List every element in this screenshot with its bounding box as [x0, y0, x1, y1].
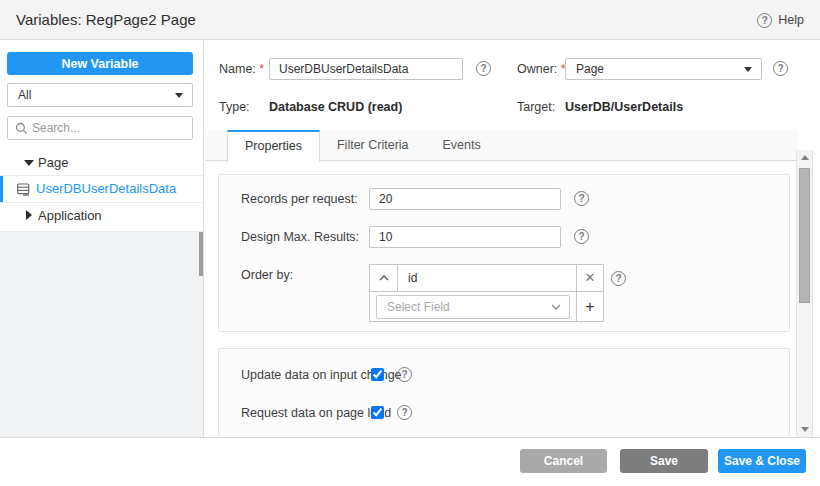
design-max-results-label: Design Max. Results:	[241, 230, 359, 244]
tree-group-page-label: Page	[38, 150, 68, 175]
scrollbar-thumb[interactable]	[799, 168, 810, 303]
tree-group-application[interactable]: Application	[0, 203, 203, 232]
order-by-widget: id ✕ Select Field +	[369, 264, 604, 322]
design-max-results-input[interactable]	[369, 226, 561, 248]
owner-label: Owner: *	[517, 58, 566, 80]
name-label: Name: *	[219, 58, 264, 80]
owner-dropdown[interactable]: Page	[565, 58, 762, 80]
chevron-up-icon	[379, 275, 389, 281]
variables-tree: Page UserDBUserDetailsData Application	[0, 150, 203, 232]
owner-selected-value: Page	[576, 59, 604, 79]
tree-item-selected-variable[interactable]: UserDBUserDetailsData	[0, 176, 203, 203]
add-order-field-row: Select Field +	[370, 291, 603, 321]
tab-bar: Properties Filter Criteria Events	[205, 130, 797, 161]
records-help-icon[interactable]: ?	[574, 191, 589, 206]
request-data-help-icon[interactable]: ?	[397, 405, 412, 420]
order-by-field-value[interactable]: id	[398, 265, 576, 291]
order-by-row: id ✕	[370, 265, 603, 291]
new-variable-button[interactable]: New Variable	[7, 52, 193, 75]
tree-group-application-label: Application	[38, 203, 102, 228]
add-order-field-button[interactable]: +	[576, 292, 603, 321]
variable-filter-dropdown[interactable]: All	[7, 83, 193, 107]
select-field-placeholder: Select Field	[387, 296, 450, 318]
sort-ascending-toggle[interactable]	[370, 265, 398, 291]
chevron-down-icon	[175, 93, 183, 98]
tree-item-label: UserDBUserDetailsData	[36, 176, 176, 201]
database-variable-icon	[17, 183, 30, 196]
design-max-help-icon[interactable]: ?	[574, 229, 589, 244]
tab-filter-criteria[interactable]: Filter Criteria	[320, 130, 426, 161]
cancel-button[interactable]: Cancel	[520, 449, 607, 473]
help-circle-icon: ?	[757, 13, 772, 28]
scroll-down-arrow-icon[interactable]	[801, 427, 809, 432]
records-per-request-label: Records per request:	[241, 192, 358, 206]
scroll-up-arrow-icon[interactable]	[801, 155, 809, 160]
request-data-checkbox[interactable]	[371, 406, 384, 419]
behavior-settings-group: Update data on input change ? Request da…	[218, 348, 790, 437]
caret-expanded-icon[interactable]	[24, 160, 34, 166]
tab-events[interactable]: Events	[426, 130, 498, 161]
sidebar-empty-area	[0, 231, 203, 437]
sidebar-scrollbar-thumb[interactable]	[199, 232, 203, 276]
select-field-dropdown[interactable]: Select Field	[376, 295, 570, 319]
tree-group-page[interactable]: Page	[0, 150, 203, 176]
page-title: Variables: RegPage2 Page	[16, 0, 196, 39]
data-settings-group: Records per request: ? Design Max. Resul…	[218, 174, 790, 332]
owner-help-icon[interactable]: ?	[773, 61, 788, 76]
type-label: Type:	[219, 100, 250, 115]
save-button[interactable]: Save	[620, 449, 708, 473]
help-label: Help	[778, 13, 804, 27]
target-label: Target:	[517, 100, 555, 115]
help-link[interactable]: ? Help	[757, 0, 804, 40]
update-data-help-icon[interactable]: ?	[397, 367, 412, 382]
name-input[interactable]	[269, 58, 463, 80]
required-asterisk: *	[259, 62, 264, 76]
order-by-label: Order by:	[241, 268, 293, 282]
name-help-icon[interactable]: ?	[476, 61, 491, 76]
variable-detail-panel: Name: * ? Owner: * Page ? Type: Database…	[205, 40, 820, 437]
variable-search	[7, 116, 193, 140]
request-data-label: Request data on page load	[241, 406, 391, 420]
remove-order-field-button[interactable]: ✕	[576, 265, 603, 291]
caret-collapsed-icon[interactable]	[26, 210, 32, 220]
type-value: Database CRUD (read)	[269, 100, 402, 115]
target-value: UserDB/UserDetails	[565, 100, 683, 115]
chevron-down-icon	[744, 67, 752, 72]
search-input[interactable]	[32, 118, 187, 138]
filter-selected-value: All	[18, 84, 31, 106]
dialog-header: Variables: RegPage2 Page ? Help	[0, 0, 820, 40]
order-by-help-icon[interactable]: ?	[611, 271, 626, 286]
save-and-close-button[interactable]: Save & Close	[718, 449, 806, 473]
dialog-footer: Cancel Save Save & Close	[0, 437, 820, 486]
update-data-checkbox[interactable]	[371, 368, 384, 381]
selected-indicator	[0, 176, 3, 202]
variables-dialog: Variables: RegPage2 Page ? Help New Vari…	[0, 0, 820, 486]
tab-properties[interactable]: Properties	[227, 130, 320, 162]
content-scrollbar[interactable]	[796, 150, 813, 437]
search-icon	[15, 122, 28, 135]
records-per-request-input[interactable]	[369, 188, 561, 210]
variables-sidebar: New Variable All Page	[0, 40, 204, 437]
chevron-down-icon	[551, 304, 561, 310]
